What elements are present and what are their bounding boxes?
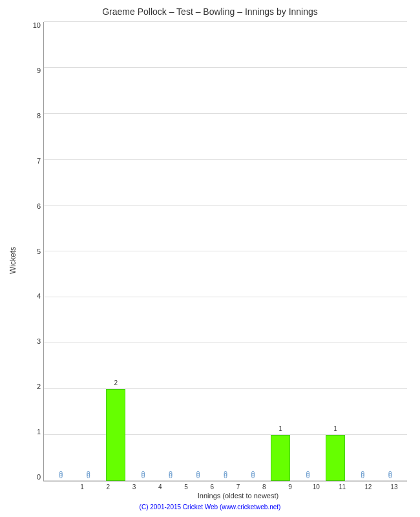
x-label: 3 (121, 481, 147, 491)
zero-label: 0 (129, 472, 156, 480)
x-label: 11 (329, 481, 355, 491)
y-tick: 4 (18, 293, 41, 300)
bar-group: 00 (74, 22, 101, 481)
x-labels: 12345678910111213 (69, 481, 407, 491)
bar-group: 1 (267, 22, 294, 481)
x-label: 12 (355, 481, 381, 491)
bar-group: 00 (184, 22, 211, 481)
bar-group: 00 (212, 22, 239, 481)
bar-value-label: 1 (271, 425, 289, 432)
y-ticks: 012345678910 (18, 22, 41, 481)
zero-label: 0 (349, 472, 376, 480)
zero-label: 0 (47, 472, 74, 480)
zero-label: 0 (212, 472, 239, 480)
x-axis-title: Innings (oldest to newest) (69, 492, 407, 500)
y-axis-label: Wickets (6, 22, 19, 500)
y-tick: 9 (18, 67, 41, 74)
x-label: 2 (95, 481, 121, 491)
zero-label: 0 (377, 472, 404, 480)
bar-group: 00 (294, 22, 321, 481)
zero-label: 0 (157, 472, 184, 480)
bar-group: 00 (47, 22, 74, 481)
bar-group: 00 (349, 22, 376, 481)
bar: 2 (106, 389, 125, 481)
bars-wrapper: 00002000000000010010000 (44, 22, 407, 481)
y-tick: 7 (18, 158, 41, 165)
zero-label: 0 (239, 472, 266, 480)
bar: 1 (271, 435, 290, 481)
x-axis-area: 12345678910111213 Innings (oldest to new… (69, 481, 407, 500)
bar-group: 1 (322, 22, 349, 481)
y-tick: 2 (18, 383, 41, 390)
x-label: 4 (147, 481, 173, 491)
bar-group: 2 (102, 22, 129, 481)
y-tick: 10 (18, 22, 41, 29)
x-label: 1 (69, 481, 95, 491)
zero-label: 0 (294, 472, 321, 480)
y-tick: 8 (18, 112, 41, 120)
y-tick: 6 (18, 203, 41, 210)
x-label: 5 (173, 481, 199, 491)
x-label: 6 (199, 481, 225, 491)
bar: 1 (326, 435, 345, 481)
x-label: 7 (225, 481, 251, 491)
zero-label: 0 (74, 472, 101, 480)
chart-title: Graeme Pollock – Test – Bowling – Inning… (102, 6, 318, 17)
y-tick: 0 (18, 474, 41, 481)
zero-label: 0 (184, 472, 211, 480)
y-tick: 1 (18, 428, 41, 436)
bar-group: 00 (157, 22, 184, 481)
plot-area: 012345678910 00002000000000010010000 (43, 22, 407, 481)
footer: (C) 2001-2015 Cricket Web (www.cricketwe… (140, 503, 281, 511)
bar-group: 00 (129, 22, 156, 481)
bar-value-label: 1 (326, 425, 344, 432)
bar-group: 00 (377, 22, 404, 481)
chart-area: Wickets 012345678910 0000200000000001001… (6, 22, 414, 500)
x-label: 13 (381, 481, 407, 491)
chart-container: Graeme Pollock – Test – Bowling – Inning… (0, 0, 420, 517)
x-label: 9 (277, 481, 303, 491)
chart-inner: 012345678910 00002000000000010010000 123… (21, 22, 414, 500)
bar-value-label: 2 (107, 379, 125, 386)
bar-group: 00 (239, 22, 266, 481)
y-tick: 5 (18, 248, 41, 255)
x-label: 10 (303, 481, 329, 491)
x-label: 8 (251, 481, 277, 491)
y-tick: 3 (18, 338, 41, 345)
